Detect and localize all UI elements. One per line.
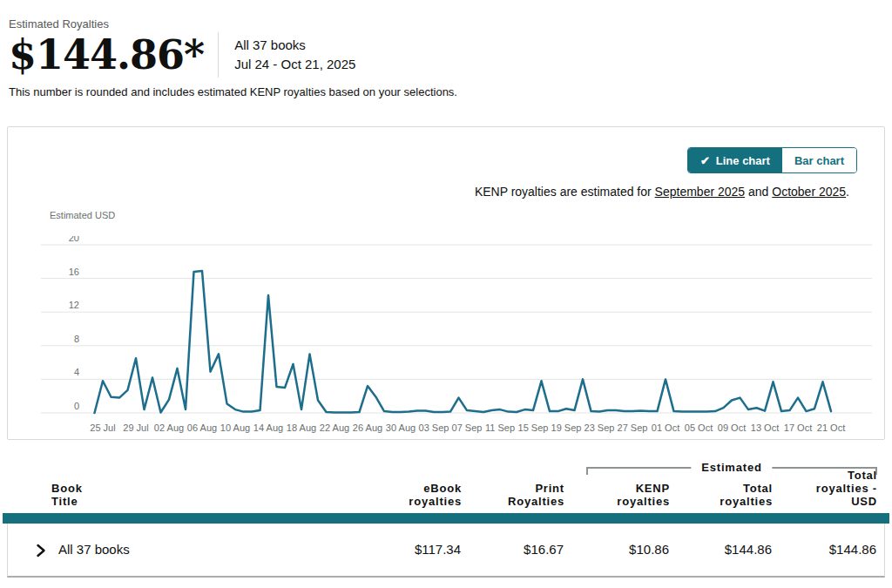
chevron-right-icon[interactable] xyxy=(35,544,47,558)
date-range: Jul 24 - Oct 21, 2025 xyxy=(234,55,355,74)
chart-type-toggle: ✔ Line chart Bar chart xyxy=(687,147,857,173)
kenp-estimate-note: KENP royalties are estimated for Septemb… xyxy=(475,185,849,199)
svg-text:10 Aug: 10 Aug xyxy=(220,422,250,433)
col-header-print-royalties: Print Royalties xyxy=(490,482,564,508)
kdp-royalties-dashboard: Estimated Royalties $144.86* All 37 book… xyxy=(0,0,892,588)
svg-text:01 Oct: 01 Oct xyxy=(652,422,679,433)
cell-total-royalties-usd: $144.86 xyxy=(789,542,876,557)
line-chart-label: Line chart xyxy=(716,154,770,167)
royalties-summary: Estimated Royalties $144.86* All 37 book… xyxy=(9,17,880,98)
chart-card: ✔ Line chart Bar chart KENP royalties ar… xyxy=(7,126,885,440)
summary-meta: All 37 books Jul 24 - Oct 21, 2025 xyxy=(234,36,355,74)
col-header-ebook-royalties: eBook royalties xyxy=(390,482,462,508)
books-scope: All 37 books xyxy=(234,36,355,55)
svg-text:21 Oct: 21 Oct xyxy=(817,422,845,433)
kenp-note-text: and xyxy=(745,185,772,199)
svg-text:4: 4 xyxy=(74,367,79,377)
royalties-amount: $144.86* xyxy=(9,32,204,78)
col-header-kenp-royalties: KENP royalties xyxy=(598,482,670,508)
svg-text:30 Aug: 30 Aug xyxy=(386,422,416,433)
summary-footnote: This number is rounded and includes esti… xyxy=(9,85,880,98)
svg-text:19 Sep: 19 Sep xyxy=(551,422,582,433)
september-2025-link[interactable]: September 2025 xyxy=(655,185,746,199)
cell-print-royalties: $16.67 xyxy=(476,542,564,557)
summary-label: Estimated Royalties xyxy=(9,17,880,30)
svg-text:02 Aug: 02 Aug xyxy=(154,422,184,433)
svg-text:23 Sep: 23 Sep xyxy=(585,422,615,433)
bar-chart-label: Bar chart xyxy=(794,154,844,167)
svg-text:06 Aug: 06 Aug xyxy=(187,422,217,433)
svg-text:12: 12 xyxy=(69,300,79,310)
october-2025-link[interactable]: October 2025 xyxy=(772,185,846,199)
royalties-table-header: Book Title eBook royalties Print Royalti… xyxy=(0,449,892,510)
kenp-note-text: KENP royalties are estimated for xyxy=(475,185,655,199)
svg-text:25 Jul: 25 Jul xyxy=(90,422,115,433)
bar-chart-button[interactable]: Bar chart xyxy=(782,148,856,172)
col-header-book-title: Book Title xyxy=(51,482,97,508)
kenp-note-text: . xyxy=(846,185,849,199)
royalties-line-chart: 04812162025 Jul29 Jul02 Aug06 Aug10 Aug1… xyxy=(8,236,884,441)
svg-text:17 Oct: 17 Oct xyxy=(784,422,812,433)
svg-text:03 Sep: 03 Sep xyxy=(419,422,449,433)
svg-text:16: 16 xyxy=(69,267,79,277)
svg-text:22 Aug: 22 Aug xyxy=(320,422,349,433)
svg-text:8: 8 xyxy=(74,334,79,344)
svg-text:0: 0 xyxy=(74,401,79,411)
divider xyxy=(218,32,219,78)
svg-text:07 Sep: 07 Sep xyxy=(452,422,483,433)
svg-text:14 Aug: 14 Aug xyxy=(253,422,283,433)
cell-ebook-royalties: $117.34 xyxy=(374,542,461,557)
check-icon: ✔ xyxy=(700,155,710,166)
svg-text:18 Aug: 18 Aug xyxy=(287,422,316,433)
svg-text:26 Aug: 26 Aug xyxy=(353,422,382,433)
svg-text:29 Jul: 29 Jul xyxy=(123,422,148,433)
svg-text:11 Sep: 11 Sep xyxy=(485,422,515,433)
cell-kenp-royalties: $10.86 xyxy=(582,542,669,557)
row-book-title: All 37 books xyxy=(58,542,130,557)
svg-text:09 Oct: 09 Oct xyxy=(718,422,746,433)
table-accent-bar xyxy=(3,513,889,524)
line-chart-button[interactable]: ✔ Line chart xyxy=(688,148,782,172)
svg-text:27 Sep: 27 Sep xyxy=(618,422,648,433)
table-row-all-books[interactable]: All 37 books $117.34 $16.67 $10.86 $144.… xyxy=(7,524,885,578)
svg-text:20: 20 xyxy=(69,236,79,243)
svg-text:05 Oct: 05 Oct xyxy=(685,422,713,433)
col-header-total-royalties: Total royalties xyxy=(701,482,773,508)
cell-total-royalties: $144.86 xyxy=(685,542,772,557)
estimated-group-label: Estimated xyxy=(691,461,772,474)
estimated-group-bracket: Estimated xyxy=(586,467,877,475)
y-axis-label: Estimated USD xyxy=(50,210,115,220)
svg-text:13 Oct: 13 Oct xyxy=(751,422,779,433)
svg-text:15 Sep: 15 Sep xyxy=(518,422,549,433)
